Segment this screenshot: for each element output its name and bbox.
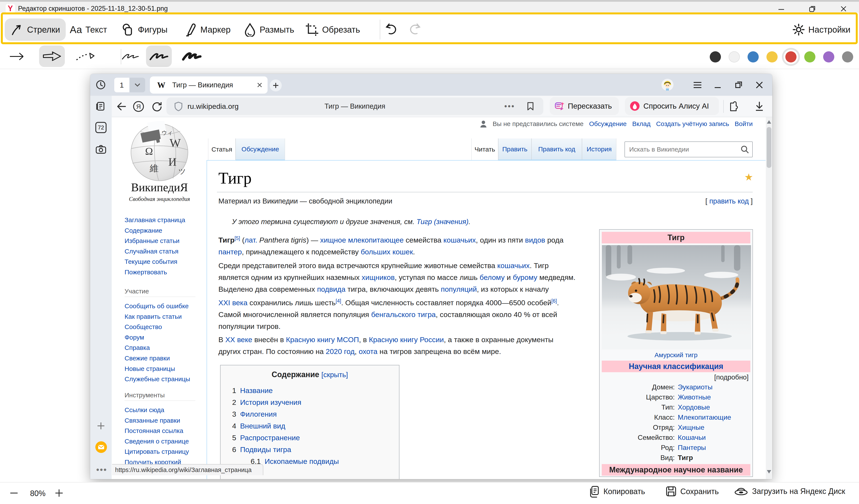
featured-star-icon[interactable]: ★: [744, 171, 753, 183]
zoom-out-button[interactable]: [9, 488, 19, 499]
retell-button[interactable]: Пересказать: [550, 97, 619, 115]
personal-link[interactable]: Создать учётную запись: [656, 120, 729, 127]
scroll-up-icon[interactable]: [767, 120, 771, 124]
color-swatch[interactable]: [842, 51, 853, 62]
toc-item[interactable]: 3Филогения: [232, 408, 399, 420]
toc-item[interactable]: 4Внешний вид: [232, 420, 399, 432]
toc-hide-link[interactable]: [скрыть]: [321, 371, 348, 379]
close-button[interactable]: [837, 5, 850, 13]
save-button[interactable]: Сохранить: [665, 486, 719, 498]
tool-blur[interactable]: Размыть: [244, 18, 294, 41]
wiki-link[interactable]: больших кошек: [361, 248, 413, 256]
color-swatch[interactable]: [785, 51, 797, 62]
sidebar-nav-link[interactable]: Как править статьи: [124, 311, 190, 322]
minimize-button[interactable]: [775, 5, 788, 13]
taxonomy-value-link[interactable]: Пантеры: [675, 443, 706, 453]
wiki-link[interactable]: кошачьих: [497, 261, 530, 270]
tab-history[interactable]: История: [582, 138, 616, 160]
wiki-link[interactable]: бурому: [513, 273, 537, 281]
browser-minimize-button[interactable]: [713, 81, 722, 90]
tab-article[interactable]: Статья: [208, 138, 236, 160]
tab-read[interactable]: Читать: [471, 138, 498, 160]
browser-restore-button[interactable]: [735, 81, 743, 90]
color-swatch[interactable]: [748, 51, 759, 62]
sidebar-nav-link[interactable]: Содержание: [124, 225, 185, 236]
wiki-link[interactable]: пантер: [218, 248, 242, 256]
wiki-link[interactable]: Красную книгу МСОП: [286, 336, 359, 343]
taxonomy-value-link[interactable]: Эукариоты: [675, 382, 712, 392]
arrow-style-outline[interactable]: [39, 46, 65, 67]
yandex-search-button[interactable]: Я: [133, 101, 144, 113]
page-scrollbar[interactable]: [766, 117, 772, 479]
taxonomy-value-link[interactable]: Млекопитающие: [675, 412, 731, 423]
arrow-style-dotted[interactable]: [73, 46, 99, 67]
wiki-link[interactable]: XXI века: [218, 299, 247, 307]
wiki-link[interactable]: XX веке: [225, 336, 252, 343]
back-button[interactable]: [116, 101, 127, 112]
sidebar-nav-link[interactable]: Избранные статьи: [124, 236, 185, 246]
color-swatch[interactable]: [729, 51, 740, 62]
wiki-link[interactable]: [6]: [552, 298, 557, 304]
wiki-search-box[interactable]: [624, 141, 753, 157]
wiki-link[interactable]: 2020 год: [326, 347, 355, 355]
arrow-style-thin[interactable]: [6, 46, 32, 67]
tab-counter-badge[interactable]: 72: [95, 122, 106, 133]
sidebar-nav-link[interactable]: Случайная статья: [124, 246, 185, 257]
tool-marker[interactable]: Маркер: [184, 18, 231, 41]
toc-item[interactable]: 6Подвиды тигра: [232, 444, 399, 456]
sidebar-nav-link[interactable]: Сведения о странице: [124, 436, 189, 447]
stroke-thick[interactable]: [179, 46, 205, 67]
sidebar-nav-link[interactable]: Заглавная страница: [124, 215, 185, 225]
wiki-link[interactable]: хищное млекопитающее: [320, 236, 404, 244]
sidebar-nav-link[interactable]: Цитировать страницу: [124, 446, 189, 457]
wiki-link[interactable]: кошачьих: [443, 236, 476, 244]
screenshot-camera-button[interactable]: [95, 144, 106, 155]
tool-shapes[interactable]: Фигуры: [120, 18, 167, 41]
browser-close-button[interactable]: [755, 81, 764, 90]
sidebar-nav-link[interactable]: Сообщить об ошибке: [124, 301, 190, 311]
sidebar-nav-link[interactable]: Сообщество: [124, 322, 190, 332]
toc-item[interactable]: 1Название: [232, 385, 399, 396]
wiki-link[interactable]: Красную книгу России: [369, 336, 444, 343]
wikipedia-globe-logo[interactable]: W Ω И 維 ウィ ツ: [128, 121, 191, 183]
color-swatch[interactable]: [766, 51, 778, 62]
upload-disk-button[interactable]: Загрузить на Яндекс Диск: [734, 486, 845, 497]
tab-group-badge[interactable]: 1: [114, 78, 129, 92]
stroke-thin[interactable]: [118, 46, 143, 67]
sidebar-nav-link[interactable]: Пожертвовать: [124, 267, 185, 277]
tool-crop[interactable]: Обрезать: [305, 18, 360, 41]
taxonomy-value-link[interactable]: Кошачьи: [675, 432, 706, 443]
history-button[interactable]: [96, 80, 106, 91]
download-button[interactable]: [755, 101, 764, 113]
sidebar-nav-link[interactable]: Ссылки сюда: [124, 405, 189, 415]
personal-link[interactable]: Войти: [735, 120, 753, 127]
wiki-link[interactable]: [5]: [235, 235, 240, 241]
wiki-link[interactable]: лат.: [245, 236, 257, 244]
tool-text[interactable]: Аа Текст: [70, 18, 107, 41]
sidebar-more-button[interactable]: •••: [96, 465, 107, 475]
wiki-link[interactable]: [4]: [336, 298, 341, 304]
edit-source-link[interactable]: [ править код ]: [706, 197, 753, 205]
scrollbar-thumb[interactable]: [767, 127, 771, 168]
tool-arrows[interactable]: Стрелки: [5, 18, 66, 41]
color-swatch[interactable]: [710, 51, 721, 62]
wiki-link[interactable]: охота: [359, 347, 377, 355]
tab-close-icon[interactable]: [257, 82, 262, 88]
wiki-link[interactable]: бенгальского тигра: [371, 310, 436, 319]
search-input[interactable]: [624, 141, 753, 157]
wiki-link[interactable]: хищников: [362, 273, 395, 281]
wiki-link[interactable]: править код: [709, 197, 749, 205]
tab-edit-source[interactable]: Править код: [531, 138, 582, 160]
settings-button[interactable]: Настройки: [793, 18, 850, 41]
image-caption-link[interactable]: Амурский тигр: [602, 350, 750, 360]
browser-menu-button[interactable]: [693, 81, 702, 90]
ask-alice-button[interactable]: Спросить Алису AI: [625, 97, 719, 115]
zoom-in-button[interactable]: [54, 488, 64, 499]
yandex-mail-button[interactable]: [95, 441, 107, 453]
sidebar-nav-link[interactable]: Постоянная ссылка: [124, 426, 189, 436]
wiki-link[interactable]: подвида: [317, 285, 345, 293]
wiki-link[interactable]: Тигр (значения): [417, 218, 468, 226]
toc-item[interactable]: 5Распространение: [232, 432, 399, 444]
toc-item[interactable]: 2История изучения: [232, 396, 399, 408]
details-link[interactable]: [подробно]: [602, 372, 750, 382]
